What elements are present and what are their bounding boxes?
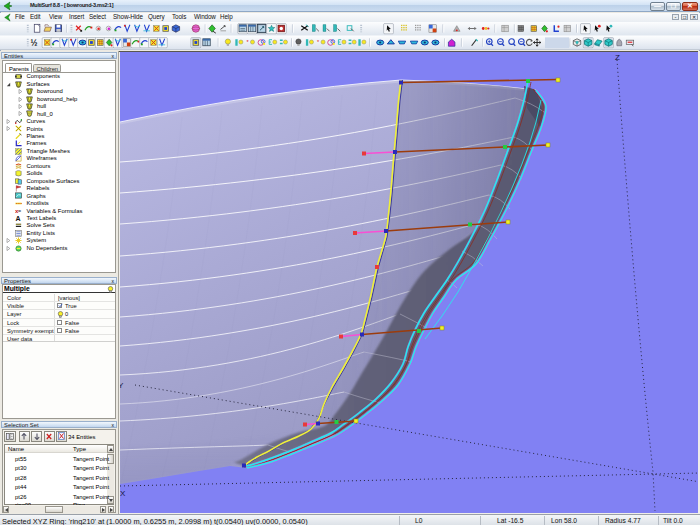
svg-text:*: * <box>317 39 320 45</box>
svg-text:Z: Z <box>615 53 620 62</box>
svg-text:½: ½ <box>31 38 38 48</box>
svg-text:X: X <box>120 489 126 498</box>
svg-text:*: * <box>246 39 249 45</box>
